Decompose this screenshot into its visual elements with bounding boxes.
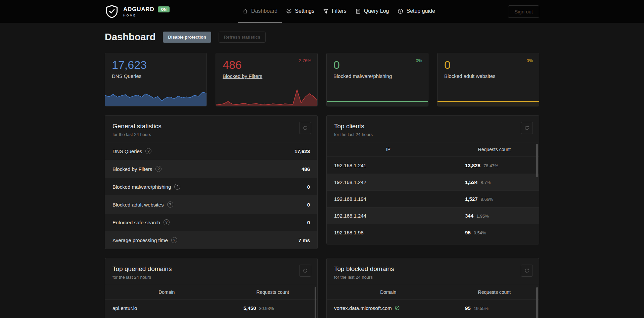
client-ip-link[interactable]: 192.168.1.98	[334, 230, 465, 235]
brand-subtitle: HOME	[123, 14, 170, 17]
top-queried-domains-refresh-button[interactable]	[299, 265, 311, 277]
requests-percent: 19.55%	[474, 306, 489, 311]
blocked-filters-sparkline	[216, 87, 317, 106]
refresh-icon	[303, 268, 308, 273]
requests-count: 344	[465, 213, 473, 219]
scrollbar-thumb[interactable]	[536, 144, 538, 177]
nav-item-settings[interactable]: Settings	[282, 0, 319, 23]
column-header-domain: Domain	[327, 289, 450, 295]
domain-row: api.entur.io 5,45030.93%	[105, 300, 317, 316]
stat-row-label: Blocked adult websites	[112, 202, 164, 208]
question-icon[interactable]	[164, 219, 170, 225]
stat-cards: 17,623 DNS Queries 486 Blocked by Filter…	[105, 53, 539, 106]
requests-percent: 1.95%	[476, 214, 489, 219]
top-clients-title: Top clients	[334, 123, 532, 130]
blocked-adult-value: 0	[444, 59, 532, 71]
sign-out-button[interactable]: Sign out	[508, 5, 539, 18]
top-clients-rows: 192.168.1.241 13,82878.47% 192.168.1.242…	[327, 157, 539, 244]
query-log-icon	[355, 8, 361, 14]
refresh-icon	[303, 125, 308, 131]
requests-count: 1,534	[465, 179, 478, 185]
client-row: 192.168.1.98 950.54%	[327, 224, 539, 241]
dns-queries-sparkline	[105, 87, 206, 106]
requests-count: 13,828	[465, 163, 480, 168]
scrollbar-thumb[interactable]	[315, 287, 316, 318]
blocked-filters-percent: 2.76%	[299, 58, 311, 63]
top-clients-refresh-button[interactable]	[521, 122, 533, 134]
nav-label-query-log: Query Log	[364, 8, 389, 14]
question-icon[interactable]	[145, 148, 151, 154]
stat-card-dns-queries: 17,623 DNS Queries	[105, 53, 207, 106]
blocked-adult-percent: 0%	[526, 58, 533, 63]
top-blocked-domains-rows: vortex.data.microsoft.com 9519.55%	[327, 300, 539, 316]
domain-link[interactable]: api.entur.io	[112, 305, 243, 311]
client-ip-link[interactable]: 192.168.1.241	[334, 163, 465, 168]
main-nav: Dashboard Settings Filters	[238, 0, 440, 23]
general-statistics-table: DNS Queries 17,623 Blocked by Filters 48…	[105, 142, 317, 249]
refresh-icon	[524, 125, 530, 131]
dns-queries-label: DNS Queries	[112, 73, 141, 79]
top-blocked-domains-refresh-button[interactable]	[521, 265, 533, 277]
top-queried-domains-rows: api.entur.io 5,45030.93%	[105, 300, 317, 316]
general-statistics-refresh-button[interactable]	[299, 122, 311, 134]
client-ip-link[interactable]: 192.168.1.194	[334, 196, 465, 202]
column-header-domain: Domain	[105, 289, 228, 295]
domain-row: vortex.data.microsoft.com 9519.55%	[327, 300, 539, 316]
top-blocked-domains-header: Domain Requests count	[327, 285, 539, 300]
stat-row-label: DNS Queries	[112, 148, 142, 154]
filter-funnel-icon	[323, 8, 329, 14]
top-clients-header: IP Requests count	[327, 142, 539, 157]
question-icon[interactable]	[155, 166, 162, 172]
nav-item-dashboard[interactable]: Dashboard	[238, 0, 282, 23]
stat-card-blocked-filters: 486 Blocked by Filters 2.76%	[216, 53, 318, 106]
nav-item-filters[interactable]: Filters	[319, 0, 351, 23]
stat-card-blocked-malware: 0 Blocked malware/phishing 0%	[326, 53, 428, 106]
question-icon[interactable]	[174, 184, 180, 190]
domain-link[interactable]: vortex.data.microsoft.com	[334, 305, 465, 311]
stat-row-dns-queries: DNS Queries 17,623	[105, 142, 317, 160]
dashboard-page: Dashboard Disable protection Refresh sta…	[105, 23, 539, 318]
nav-label-filters: Filters	[332, 8, 347, 14]
client-ip-link[interactable]: 192.168.1.244	[334, 213, 465, 219]
requests-count: 5,450	[243, 305, 256, 311]
requests-percent: 8.7%	[481, 180, 491, 185]
protection-on-badge: ON	[158, 6, 170, 12]
blocked-malware-value: 0	[333, 59, 421, 71]
general-statistics-title: General statistics	[112, 123, 310, 130]
stat-row-value: 7 ms	[298, 237, 310, 243]
shield-logo-icon	[105, 4, 119, 18]
stat-row-value: 486	[302, 166, 310, 172]
blocked-domain-icon	[395, 305, 400, 311]
stat-row-blocked-adult: Blocked adult websites 0	[105, 195, 317, 213]
top-queried-domains-title: Top queried domains	[112, 265, 310, 273]
disable-protection-button[interactable]: Disable protection	[163, 32, 211, 43]
requests-count: 95	[465, 305, 471, 311]
stat-row-safe-search: Enforced safe search 0	[105, 213, 317, 231]
refresh-statistics-button[interactable]: Refresh statistics	[219, 32, 266, 43]
blocked-malware-sparkline	[327, 87, 428, 106]
question-icon[interactable]	[171, 237, 177, 243]
scrollbar-thumb[interactable]	[536, 287, 538, 318]
nav-item-query-log[interactable]: Query Log	[351, 0, 394, 23]
column-header-requests-count: Requests count	[228, 289, 317, 295]
blocked-filters-link[interactable]: Blocked by Filters	[223, 73, 262, 79]
stat-row-value: 0	[307, 184, 310, 190]
blocked-malware-label: Blocked malware/phishing	[333, 73, 392, 79]
adguard-logo[interactable]: ADGUARD ON HOME	[105, 4, 170, 18]
top-queried-domains-panel: Top queried domains for the last 24 hour…	[105, 258, 318, 318]
nav-label-setup-guide: Setup guide	[406, 8, 435, 14]
nav-item-setup-guide[interactable]: Setup guide	[393, 0, 439, 23]
general-statistics-subtitle: for the last 24 hours	[112, 132, 310, 137]
question-icon[interactable]	[167, 201, 173, 208]
home-icon	[242, 8, 248, 14]
stat-row-label: Enforced safe search	[112, 220, 160, 225]
requests-count: 95	[465, 230, 471, 235]
top-blocked-domains-subtitle: for the last 24 hours	[334, 275, 532, 280]
blocked-filters-value: 486	[223, 59, 311, 71]
stat-row-blocked-malware: Blocked malware/phishing 0	[105, 178, 317, 195]
top-queried-domains-header: Domain Requests count	[105, 285, 317, 300]
top-navbar: ADGUARD ON HOME Dashboard	[0, 0, 644, 23]
column-header-requests-count: Requests count	[450, 289, 539, 295]
stat-row-label: Blocked malware/phishing	[112, 184, 171, 190]
client-ip-link[interactable]: 192.168.1.242	[334, 179, 465, 185]
